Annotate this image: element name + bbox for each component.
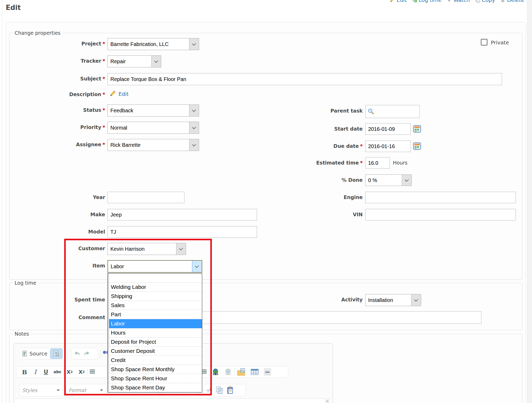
activity-select[interactable]: Installation — [365, 294, 421, 306]
copy-icon[interactable] — [216, 387, 223, 394]
source-document-icon — [22, 351, 27, 357]
description-label: Description* — [19, 91, 105, 97]
log-time-legend: Log time — [13, 280, 38, 286]
italic-button[interactable]: I — [30, 369, 40, 375]
start-date-label: Start date — [274, 126, 363, 132]
log-time-link-label: Log time — [419, 0, 441, 3]
underline-button[interactable]: U — [40, 369, 51, 375]
edit-link[interactable]: Edit — [390, 0, 407, 3]
priority-label: Priority* — [19, 124, 105, 130]
pencil-icon — [110, 90, 116, 97]
styles-dropdown-label: Styles — [22, 387, 37, 393]
assignee-label: Assignee* — [19, 142, 105, 147]
percent-done-select[interactable]: 0 % — [365, 174, 412, 186]
annotation-rectangle — [64, 239, 212, 395]
bold-button[interactable]: B — [19, 369, 30, 376]
make-input[interactable]: Jeep — [107, 209, 257, 220]
clock-add-icon — [412, 0, 417, 3]
unlink-icon[interactable] — [222, 368, 234, 376]
styles-dropdown[interactable]: Styles — [19, 384, 63, 396]
project-label: Project* — [19, 41, 105, 46]
start-date-input[interactable]: 2016-01-09 — [365, 123, 411, 135]
delete-link[interactable]: Delete — [500, 0, 524, 3]
preview-icon — [53, 351, 59, 357]
engine-label: Engine — [274, 194, 363, 200]
tracker-label: Tracker* — [19, 58, 105, 64]
calendar-icon[interactable] — [413, 125, 421, 133]
due-date-input[interactable]: 2016-01-16 — [365, 141, 411, 152]
edit-link-label: Edit — [397, 0, 407, 3]
log-time-link[interactable]: Log time — [412, 0, 441, 3]
subject-input[interactable]: Replace Torque Box & Floor Pan — [107, 73, 502, 85]
subject-label: Subject* — [19, 76, 105, 81]
due-date-label: Due date* — [274, 143, 363, 149]
assignee-select[interactable]: Rick Barrette — [107, 139, 199, 151]
star-icon: ★ — [447, 0, 452, 3]
issue-edit-page: Edit Log time ★ Watch Copy Delete Edit C… — [0, 0, 532, 403]
private-checkbox[interactable] — [481, 39, 487, 45]
page-left-border — [2, 0, 2, 403]
status-label: Status* — [19, 107, 105, 113]
chevron-down-icon — [151, 56, 161, 67]
year-label: Year — [19, 194, 105, 200]
parent-task-input[interactable] — [365, 105, 420, 118]
status-select[interactable]: Feedback — [107, 104, 199, 116]
vin-input[interactable] — [365, 209, 516, 220]
hours-suffix: Hours — [393, 160, 408, 166]
caret-down-icon — [57, 389, 60, 391]
paste-icon[interactable] — [227, 386, 234, 394]
priority-select[interactable]: Normal — [107, 122, 199, 134]
chevron-down-icon — [189, 122, 199, 133]
source-button[interactable]: Source — [29, 351, 47, 357]
horizontal-rule-icon[interactable] — [261, 369, 274, 375]
chevron-down-icon — [189, 38, 199, 50]
engine-input[interactable] — [365, 192, 516, 203]
change-properties-legend: Change properties — [13, 30, 63, 36]
year-input[interactable] — [107, 192, 184, 203]
source-button-group: Source — [19, 348, 67, 359]
vin-label: VIN — [274, 212, 363, 217]
activity-label: Activity — [274, 297, 363, 302]
watch-link[interactable]: ★ Watch — [447, 0, 470, 3]
page-title: Edit — [6, 4, 21, 11]
chevron-down-icon — [189, 139, 199, 151]
parent-task-label: Parent task — [274, 108, 363, 114]
project-select[interactable]: Barrette Fabrication, LLC — [107, 38, 199, 50]
percent-done-label: % Done — [274, 177, 363, 183]
chevron-down-icon — [402, 175, 411, 186]
chevron-down-icon — [411, 294, 421, 306]
context-toolbar: Edit Log time ★ Watch Copy Delete — [390, 0, 524, 3]
search-icon — [368, 108, 374, 115]
preview-button[interactable] — [50, 348, 63, 359]
pencil-icon — [390, 0, 395, 3]
chevron-down-icon — [189, 105, 199, 116]
tracker-select[interactable]: Repair — [107, 55, 161, 67]
copy-icon — [475, 0, 480, 3]
estimated-time-label: Estimated time* — [274, 160, 363, 166]
calendar-icon[interactable] — [413, 142, 421, 150]
estimated-time-input[interactable]: 16.0 — [365, 157, 390, 169]
make-label: Make — [19, 212, 105, 217]
table-icon[interactable] — [248, 369, 261, 375]
private-label: Private — [491, 39, 509, 46]
page-scrollbar[interactable] — [527, 0, 532, 403]
model-label: Model — [19, 229, 105, 235]
description-edit-link[interactable]: Edit — [118, 91, 129, 97]
delete-link-label: Delete — [507, 0, 524, 3]
model-input[interactable]: TJ — [107, 226, 257, 238]
strikethrough-button[interactable]: abc — [51, 370, 63, 374]
copy-link-label: Copy — [482, 0, 495, 3]
notes-legend: Notes — [13, 331, 31, 337]
copy-link[interactable]: Copy — [475, 0, 495, 3]
watch-link-label: Watch — [453, 0, 470, 3]
trash-icon — [500, 0, 505, 3]
editor-content-area[interactable] — [14, 399, 332, 403]
image-icon[interactable] — [235, 368, 248, 376]
editor-scrollbar-up[interactable]: ∧ — [325, 399, 330, 403]
